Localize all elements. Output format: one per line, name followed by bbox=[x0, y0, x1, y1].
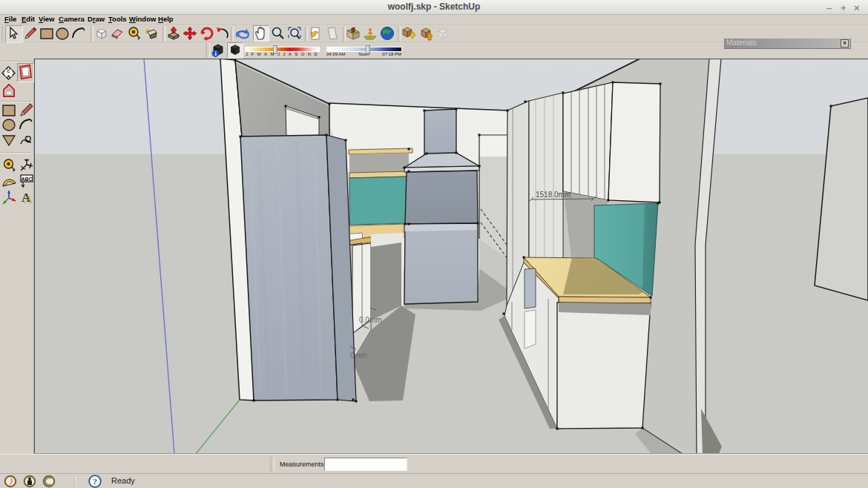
svg-text:ABC: ABC bbox=[21, 177, 32, 182]
svg-text:▲: ▲ bbox=[7, 73, 10, 78]
svg-text:0.0mm: 0.0mm bbox=[359, 316, 382, 324]
svg-text:?: ? bbox=[93, 477, 97, 486]
svg-text:0mm: 0mm bbox=[350, 352, 366, 360]
svg-text:A: A bbox=[24, 192, 33, 205]
svg-text:1518.0mm: 1518.0mm bbox=[536, 191, 571, 199]
